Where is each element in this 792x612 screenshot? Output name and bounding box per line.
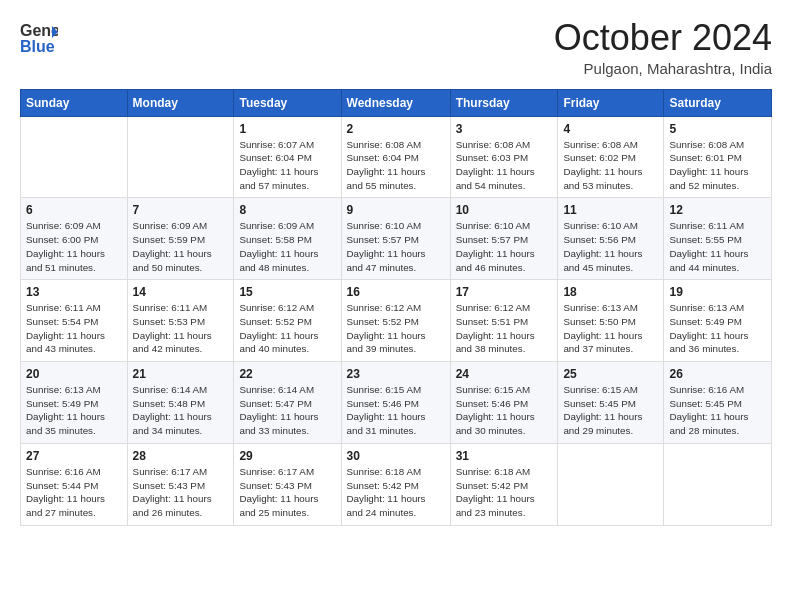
day-number: 15 <box>239 285 335 299</box>
calendar-row: 6Sunrise: 6:09 AM Sunset: 6:00 PM Daylig… <box>21 198 772 280</box>
day-info: Sunrise: 6:08 AM Sunset: 6:01 PM Dayligh… <box>669 138 766 193</box>
day-info: Sunrise: 6:17 AM Sunset: 5:43 PM Dayligh… <box>133 465 229 520</box>
day-info: Sunrise: 6:15 AM Sunset: 5:46 PM Dayligh… <box>347 383 445 438</box>
calendar-cell <box>558 443 664 525</box>
calendar-row: 13Sunrise: 6:11 AM Sunset: 5:54 PM Dayli… <box>21 280 772 362</box>
calendar-cell: 15Sunrise: 6:12 AM Sunset: 5:52 PM Dayli… <box>234 280 341 362</box>
calendar-cell: 28Sunrise: 6:17 AM Sunset: 5:43 PM Dayli… <box>127 443 234 525</box>
calendar-cell: 18Sunrise: 6:13 AM Sunset: 5:50 PM Dayli… <box>558 280 664 362</box>
day-info: Sunrise: 6:16 AM Sunset: 5:45 PM Dayligh… <box>669 383 766 438</box>
calendar-cell: 11Sunrise: 6:10 AM Sunset: 5:56 PM Dayli… <box>558 198 664 280</box>
day-number: 13 <box>26 285 122 299</box>
day-number: 5 <box>669 122 766 136</box>
day-number: 19 <box>669 285 766 299</box>
calendar-cell: 4Sunrise: 6:08 AM Sunset: 6:02 PM Daylig… <box>558 116 664 198</box>
calendar-row: 20Sunrise: 6:13 AM Sunset: 5:49 PM Dayli… <box>21 362 772 444</box>
day-info: Sunrise: 6:10 AM Sunset: 5:57 PM Dayligh… <box>456 219 553 274</box>
day-number: 7 <box>133 203 229 217</box>
header-monday: Monday <box>127 89 234 116</box>
logo: General Blue <box>20 18 58 64</box>
day-number: 26 <box>669 367 766 381</box>
day-number: 14 <box>133 285 229 299</box>
day-info: Sunrise: 6:08 AM Sunset: 6:03 PM Dayligh… <box>456 138 553 193</box>
day-info: Sunrise: 6:15 AM Sunset: 5:45 PM Dayligh… <box>563 383 658 438</box>
calendar-cell: 19Sunrise: 6:13 AM Sunset: 5:49 PM Dayli… <box>664 280 772 362</box>
day-number: 31 <box>456 449 553 463</box>
page: General Blue October 2024 Pulgaon, Mahar… <box>0 0 792 536</box>
day-number: 29 <box>239 449 335 463</box>
calendar-cell: 22Sunrise: 6:14 AM Sunset: 5:47 PM Dayli… <box>234 362 341 444</box>
header-row: Sunday Monday Tuesday Wednesday Thursday… <box>21 89 772 116</box>
day-number: 4 <box>563 122 658 136</box>
header-saturday: Saturday <box>664 89 772 116</box>
day-info: Sunrise: 6:09 AM Sunset: 5:58 PM Dayligh… <box>239 219 335 274</box>
calendar-cell: 17Sunrise: 6:12 AM Sunset: 5:51 PM Dayli… <box>450 280 558 362</box>
day-info: Sunrise: 6:10 AM Sunset: 5:57 PM Dayligh… <box>347 219 445 274</box>
day-info: Sunrise: 6:11 AM Sunset: 5:53 PM Dayligh… <box>133 301 229 356</box>
day-info: Sunrise: 6:13 AM Sunset: 5:49 PM Dayligh… <box>26 383 122 438</box>
header-tuesday: Tuesday <box>234 89 341 116</box>
calendar-cell <box>127 116 234 198</box>
day-info: Sunrise: 6:07 AM Sunset: 6:04 PM Dayligh… <box>239 138 335 193</box>
calendar-cell: 14Sunrise: 6:11 AM Sunset: 5:53 PM Dayli… <box>127 280 234 362</box>
header-sunday: Sunday <box>21 89 128 116</box>
day-info: Sunrise: 6:14 AM Sunset: 5:48 PM Dayligh… <box>133 383 229 438</box>
calendar-cell: 9Sunrise: 6:10 AM Sunset: 5:57 PM Daylig… <box>341 198 450 280</box>
calendar-cell: 20Sunrise: 6:13 AM Sunset: 5:49 PM Dayli… <box>21 362 128 444</box>
day-info: Sunrise: 6:09 AM Sunset: 6:00 PM Dayligh… <box>26 219 122 274</box>
day-number: 11 <box>563 203 658 217</box>
calendar-cell: 6Sunrise: 6:09 AM Sunset: 6:00 PM Daylig… <box>21 198 128 280</box>
day-info: Sunrise: 6:11 AM Sunset: 5:54 PM Dayligh… <box>26 301 122 356</box>
day-info: Sunrise: 6:12 AM Sunset: 5:51 PM Dayligh… <box>456 301 553 356</box>
calendar-cell <box>664 443 772 525</box>
day-info: Sunrise: 6:15 AM Sunset: 5:46 PM Dayligh… <box>456 383 553 438</box>
calendar-cell: 27Sunrise: 6:16 AM Sunset: 5:44 PM Dayli… <box>21 443 128 525</box>
day-info: Sunrise: 6:14 AM Sunset: 5:47 PM Dayligh… <box>239 383 335 438</box>
header-wednesday: Wednesday <box>341 89 450 116</box>
day-info: Sunrise: 6:16 AM Sunset: 5:44 PM Dayligh… <box>26 465 122 520</box>
calendar-cell: 25Sunrise: 6:15 AM Sunset: 5:45 PM Dayli… <box>558 362 664 444</box>
day-number: 9 <box>347 203 445 217</box>
calendar-row: 1Sunrise: 6:07 AM Sunset: 6:04 PM Daylig… <box>21 116 772 198</box>
day-number: 17 <box>456 285 553 299</box>
calendar-cell: 24Sunrise: 6:15 AM Sunset: 5:46 PM Dayli… <box>450 362 558 444</box>
location: Pulgaon, Maharashtra, India <box>554 60 772 77</box>
calendar-cell: 16Sunrise: 6:12 AM Sunset: 5:52 PM Dayli… <box>341 280 450 362</box>
day-info: Sunrise: 6:08 AM Sunset: 6:02 PM Dayligh… <box>563 138 658 193</box>
day-number: 23 <box>347 367 445 381</box>
svg-text:Blue: Blue <box>20 38 55 55</box>
day-number: 18 <box>563 285 658 299</box>
day-info: Sunrise: 6:18 AM Sunset: 5:42 PM Dayligh… <box>456 465 553 520</box>
calendar-cell: 1Sunrise: 6:07 AM Sunset: 6:04 PM Daylig… <box>234 116 341 198</box>
day-number: 16 <box>347 285 445 299</box>
calendar-cell: 23Sunrise: 6:15 AM Sunset: 5:46 PM Dayli… <box>341 362 450 444</box>
day-info: Sunrise: 6:17 AM Sunset: 5:43 PM Dayligh… <box>239 465 335 520</box>
day-info: Sunrise: 6:10 AM Sunset: 5:56 PM Dayligh… <box>563 219 658 274</box>
day-number: 8 <box>239 203 335 217</box>
calendar-cell: 2Sunrise: 6:08 AM Sunset: 6:04 PM Daylig… <box>341 116 450 198</box>
day-info: Sunrise: 6:09 AM Sunset: 5:59 PM Dayligh… <box>133 219 229 274</box>
day-number: 2 <box>347 122 445 136</box>
header: General Blue October 2024 Pulgaon, Mahar… <box>20 18 772 77</box>
day-number: 28 <box>133 449 229 463</box>
day-number: 22 <box>239 367 335 381</box>
header-friday: Friday <box>558 89 664 116</box>
day-info: Sunrise: 6:13 AM Sunset: 5:49 PM Dayligh… <box>669 301 766 356</box>
header-thursday: Thursday <box>450 89 558 116</box>
calendar-cell: 13Sunrise: 6:11 AM Sunset: 5:54 PM Dayli… <box>21 280 128 362</box>
month-title: October 2024 <box>554 18 772 58</box>
day-number: 12 <box>669 203 766 217</box>
day-number: 10 <box>456 203 553 217</box>
day-number: 25 <box>563 367 658 381</box>
day-number: 20 <box>26 367 122 381</box>
day-number: 27 <box>26 449 122 463</box>
calendar-cell: 10Sunrise: 6:10 AM Sunset: 5:57 PM Dayli… <box>450 198 558 280</box>
title-area: October 2024 Pulgaon, Maharashtra, India <box>554 18 772 77</box>
day-info: Sunrise: 6:13 AM Sunset: 5:50 PM Dayligh… <box>563 301 658 356</box>
day-info: Sunrise: 6:12 AM Sunset: 5:52 PM Dayligh… <box>239 301 335 356</box>
calendar-cell: 12Sunrise: 6:11 AM Sunset: 5:55 PM Dayli… <box>664 198 772 280</box>
calendar-cell: 3Sunrise: 6:08 AM Sunset: 6:03 PM Daylig… <box>450 116 558 198</box>
day-info: Sunrise: 6:08 AM Sunset: 6:04 PM Dayligh… <box>347 138 445 193</box>
day-info: Sunrise: 6:11 AM Sunset: 5:55 PM Dayligh… <box>669 219 766 274</box>
day-number: 6 <box>26 203 122 217</box>
